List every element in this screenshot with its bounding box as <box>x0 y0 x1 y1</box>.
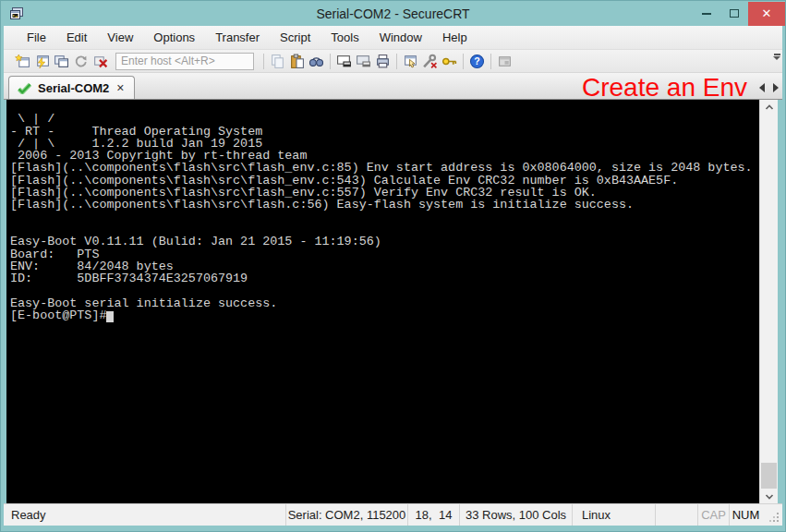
tab-scroll-right-icon[interactable] <box>773 83 779 92</box>
quick-connect-icon[interactable] <box>32 52 52 71</box>
status-cursor-position: 18, 14 <box>407 504 459 526</box>
terminal-prompt: [E-boot@PTS]# <box>10 308 106 322</box>
session-connected-icon <box>18 82 31 94</box>
disconnect-icon[interactable] <box>91 52 110 71</box>
terminal-area: \ | / - RT - Thread Operating System / |… <box>6 100 778 503</box>
securecrt-window: Serial-COM2 - SecureCRT ✕ File Edit View… <box>0 0 786 532</box>
help-icon[interactable]: ? <box>467 52 487 71</box>
tab-label: Serial-COM2 <box>38 81 109 95</box>
print-icon[interactable] <box>373 52 393 71</box>
status-emulation: Linux <box>572 504 655 526</box>
toolbar-separator <box>463 54 464 69</box>
status-caps-lock: CAP <box>697 504 729 526</box>
toolbar: ? <box>4 50 782 73</box>
scrollbar-thumb[interactable] <box>761 463 777 489</box>
tab-scroll-left-icon[interactable] <box>759 83 765 92</box>
status-ready: Ready <box>4 504 285 526</box>
menu-file[interactable]: File <box>17 27 56 48</box>
global-options-icon[interactable] <box>420 52 440 71</box>
terminal-output: \ | / - RT - Thread Operating System / |… <box>10 101 759 309</box>
vertical-scrollbar[interactable] <box>759 100 778 503</box>
connect-in-tab-icon[interactable] <box>52 52 71 71</box>
tab-bar: Serial-COM2 × Create an Env <box>4 73 782 100</box>
scroll-up-icon[interactable] <box>760 100 778 114</box>
tab-serial-com2[interactable]: Serial-COM2 × <box>8 76 135 99</box>
toolbar-separator <box>330 54 331 69</box>
copy-icon[interactable] <box>268 52 287 71</box>
session-options-icon[interactable] <box>401 52 420 71</box>
status-serial: Serial: COM2, 115200 <box>285 504 407 526</box>
status-bar: Ready Serial: COM2, 115200 18, 14 33 Row… <box>4 503 782 526</box>
annotation-create-an-env: Create an Env <box>582 73 747 103</box>
resize-grip[interactable] <box>762 504 782 526</box>
menu-script[interactable]: Script <box>270 27 320 48</box>
menu-options[interactable]: Options <box>143 27 205 48</box>
paste-icon[interactable] <box>287 52 307 71</box>
status-terminal-size: 33 Rows, 100 Cols <box>459 504 572 526</box>
minimize-icon[interactable] <box>693 2 720 26</box>
host-input[interactable] <box>115 53 254 70</box>
menu-tools[interactable]: Tools <box>320 27 369 48</box>
menu-window[interactable]: Window <box>369 27 432 48</box>
securefx-icon[interactable] <box>495 52 514 71</box>
terminal-cursor <box>106 311 114 322</box>
key-icon[interactable] <box>440 52 459 71</box>
scrollbar-track[interactable] <box>760 114 778 490</box>
tab-close-icon[interactable]: × <box>115 81 125 94</box>
toolbar-overflow-icon[interactable] <box>773 54 780 60</box>
menu-help[interactable]: Help <box>432 27 478 48</box>
print-preview-icon[interactable] <box>354 52 373 71</box>
menu-edit[interactable]: Edit <box>56 27 97 48</box>
svg-text:?: ? <box>474 55 479 66</box>
toolbar-separator <box>396 54 397 69</box>
menu-bar: File Edit View Options Transfer Script T… <box>4 26 782 50</box>
print-screen-icon[interactable] <box>334 52 354 71</box>
window-title: Serial-COM2 - SecureCRT <box>1 6 785 21</box>
find-icon[interactable] <box>307 52 326 71</box>
close-icon[interactable]: ✕ <box>748 2 785 26</box>
maximize-icon[interactable] <box>720 2 748 26</box>
scroll-down-icon[interactable] <box>760 490 778 503</box>
menu-transfer[interactable]: Transfer <box>205 27 270 48</box>
terminal-prompt-line: [E-boot@PTS]# <box>10 309 759 322</box>
window-controls: ✕ <box>693 2 785 26</box>
securecrt-app-icon[interactable] <box>8 6 25 22</box>
menu-view[interactable]: View <box>97 27 143 48</box>
new-session-icon[interactable] <box>13 52 32 71</box>
toolbar-separator <box>490 54 491 69</box>
tab-scrollers <box>759 83 779 92</box>
status-blank <box>655 504 697 526</box>
status-num-lock: NUM <box>729 504 762 526</box>
reconnect-icon[interactable] <box>71 52 91 71</box>
toolbar-separator <box>263 54 264 69</box>
title-bar[interactable]: Serial-COM2 - SecureCRT ✕ <box>1 1 785 26</box>
terminal-screen[interactable]: \ | / - RT - Thread Operating System / |… <box>6 100 759 503</box>
